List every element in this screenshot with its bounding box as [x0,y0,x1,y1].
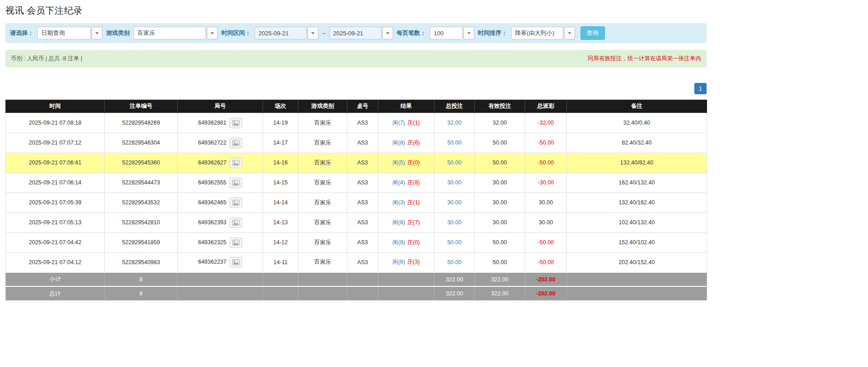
round-media-button[interactable] [229,217,242,228]
game-type-input[interactable] [133,27,206,39]
per-page-label: 每页笔数： [397,29,426,37]
cell-game-type: 百家乐 [298,232,347,252]
table-row: 2025-09-21 07:04:12 522829540983 6493622… [6,252,707,272]
game-type-combobox [133,27,218,39]
cell-game-type: 百家乐 [298,113,347,133]
cell-payout: -50.00 [525,232,567,252]
cell-table-no: AS3 [347,153,378,173]
sort-order-input[interactable] [511,27,563,39]
result-player: 闲(8) [392,140,405,146]
cell-total-bet[interactable]: 50.00 [434,153,475,173]
cell-session: 14-19 [263,113,298,133]
column-header: 总投注 [434,100,475,113]
result-banker: 庄(6) [407,140,420,146]
cell-result: 闲(3)庄(1) [378,193,434,212]
cell-total-bet[interactable]: 30.00 [434,212,475,232]
round-id: 649362627 [198,159,227,165]
select-type-label: 请选择： [10,29,34,37]
summary-cell: 322.00 [475,272,525,286]
cell-payout: -32.00 [525,113,567,133]
cell-payout: -50.00 [525,153,567,173]
round-media-button[interactable] [229,138,242,148]
notice-text: 同局有效投注，统一计算在该局第一张注单内 [588,55,701,63]
chevron-down-icon [467,32,471,34]
result-banker: 庄(1) [407,199,420,206]
cell-total-bet[interactable]: 50.00 [434,252,475,272]
cell-total-bet[interactable]: 32.00 [434,113,475,133]
cell-note: 132.40/82.40 [567,153,707,173]
cell-session: 14-11 [263,252,298,272]
date-type-input[interactable] [37,27,91,39]
game-type-label: 游戏类别 [106,29,130,37]
date-to-input[interactable] [329,27,381,39]
cell-bet-id: 522829548269 [105,113,178,133]
cell-note: 202.40/152.40 [567,252,707,272]
date-type-combobox [37,27,102,39]
cell-table-no: AS3 [347,252,378,272]
per-page-dropdown-button[interactable] [463,27,474,39]
summary-cell [378,286,434,300]
cell-note: 32.40/0.40 [567,113,707,133]
date-from-dropdown-button[interactable] [307,27,318,39]
per-page-input[interactable] [430,27,463,39]
cell-total-bet[interactable]: 50.00 [434,232,475,252]
cell-note: 132.40/162.40 [567,193,707,212]
cell-valid-bet: 50.00 [475,133,525,153]
total-row: 总计8322.00322.00-202.00 [6,286,707,300]
sort-order-combobox [511,27,575,39]
summary-cell: -202.00 [525,272,567,286]
date-from-input[interactable] [254,27,307,39]
result-banker: 庄(7) [407,219,420,226]
cell-payout: 30.00 [525,193,567,212]
cell-valid-bet: 50.00 [475,232,525,252]
round-media-button[interactable] [229,158,242,168]
summary-cell [178,286,263,300]
game-type-dropdown-button[interactable] [207,27,218,39]
info-bar: 币别 : 人民币 | 总共 :8 注单 | 同局有效投注，统一计算在该局第一张注… [5,50,707,68]
cell-table-no: AS3 [347,133,378,153]
chevron-down-icon [95,32,99,34]
time-range-label: 时间区间： [221,29,251,37]
search-button[interactable]: 查询 [580,26,605,40]
page-number-button[interactable]: 1 [694,83,707,94]
cell-time: 2025-09-21 07:08:18 [6,113,105,133]
cell-table-no: AS3 [347,173,378,193]
summary-cell: 8 [105,272,178,286]
cell-payout: 30.00 [525,212,567,232]
sort-order-dropdown-button[interactable] [564,27,575,39]
cell-valid-bet: 30.00 [475,212,525,232]
column-header: 注单编号 [105,100,178,113]
cell-result: 闲(8)庄(0) [378,232,434,252]
round-media-button[interactable] [229,257,242,267]
cell-time: 2025-09-21 07:06:41 [6,153,105,173]
round-media-button[interactable] [229,237,242,248]
cell-total-bet[interactable]: 30.00 [434,193,475,212]
summary-cell [263,272,298,286]
column-header: 结果 [378,100,434,113]
column-header: 游戏类别 [298,100,347,113]
cell-total-bet[interactable]: 30.00 [434,173,475,193]
image-icon [232,180,239,186]
cell-note: 152.40/102.40 [567,232,707,252]
table-body: 2025-09-21 07:08:18 522829548269 6493628… [6,113,707,300]
page-title: 视讯 会员下注纪录 [5,5,707,17]
cell-round: 649362325 [178,232,263,252]
cell-table-no: AS3 [347,212,378,232]
result-banker: 庄(0) [407,159,420,166]
date-to-dropdown-button[interactable] [382,27,393,39]
round-media-button[interactable] [229,198,242,208]
cell-game-type: 百家乐 [298,193,347,212]
cell-time: 2025-09-21 07:05:13 [6,212,105,232]
cell-result: 闲(4)庄(8) [378,173,434,193]
round-media-button[interactable] [229,178,242,188]
date-type-dropdown-button[interactable] [92,27,102,39]
cell-total-bet[interactable]: 50.00 [434,133,475,153]
result-player: 闲(8) [392,219,405,226]
summary-cell [298,286,347,300]
round-id: 649362722 [198,139,227,145]
round-media-button[interactable] [229,118,242,128]
cell-bet-id: 522829546304 [105,133,178,153]
cell-session: 14-17 [263,133,298,153]
cell-bet-id: 522829540983 [105,252,178,272]
summary-cell: -202.00 [525,286,567,300]
